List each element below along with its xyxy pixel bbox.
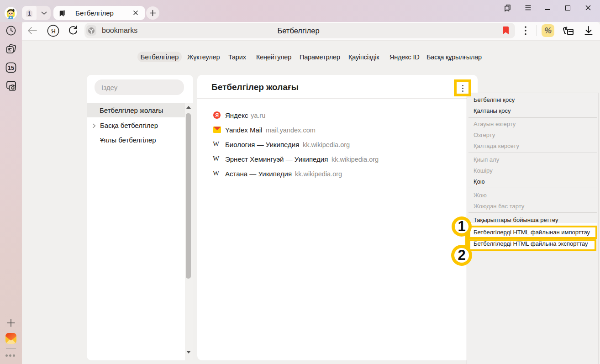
svg-text:Я: Я	[51, 27, 56, 35]
svg-text:Я: Я	[215, 112, 219, 118]
svg-text:15: 15	[8, 65, 14, 71]
svg-text:1: 1	[27, 10, 31, 17]
